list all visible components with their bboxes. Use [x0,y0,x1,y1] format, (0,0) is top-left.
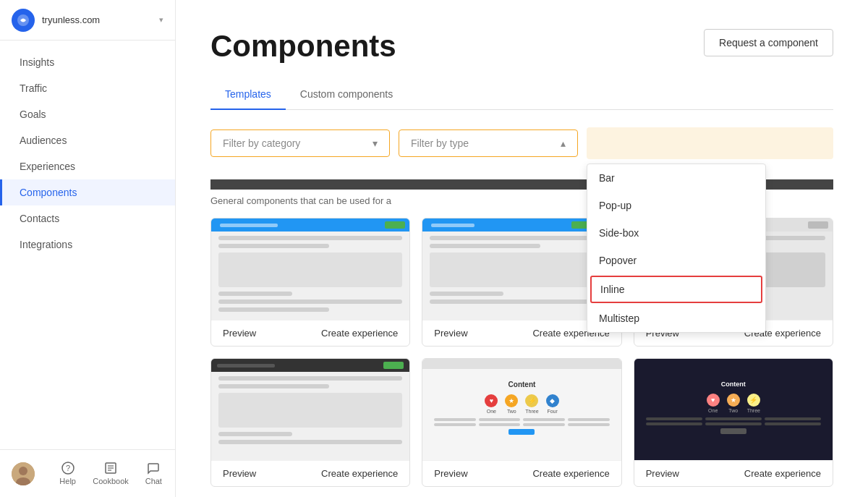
request-component-button[interactable]: Request a component [704,29,833,56]
sidebar-item-experiences[interactable]: Experiences [0,153,175,179]
dropdown-item-inline[interactable]: Inline [590,276,762,303]
filter-category-button[interactable]: Filter by category ▾ [210,129,390,157]
card-bar-1 [211,218,409,231]
template-card-6: Content ♥ One ★ Two [634,358,833,487]
chat-button[interactable]: Chat [132,456,175,491]
dropdown-item-bar[interactable]: Bar [587,164,765,192]
sidebar-item-label: Traffic [20,82,47,94]
domain-label: tryunless.com [42,14,152,25]
create-experience-link-1[interactable]: Create experience [321,328,398,339]
preview-link-4[interactable]: Preview [223,468,256,479]
card-preview-6: Content ♥ One ★ Two [634,359,833,460]
icon-three: ⚡ Three [525,394,538,414]
chevron-down-icon: ▾ [373,137,378,149]
bar-btn-green [385,221,405,229]
chevron-down-icon[interactable]: ▾ [159,15,163,25]
sidebar-item-traffic[interactable]: Traffic [0,75,175,101]
sidebar-item-audiences[interactable]: Audiences [0,127,175,153]
icon-two: ★ Two [505,394,518,414]
chevron-up-icon: ▴ [561,137,566,149]
icon-four: ◆ Four [546,394,559,414]
dropdown-item-sidebox[interactable]: Side-box [587,219,765,247]
sidebar-header: tryunless.com ▾ [0,0,175,41]
tab-custom-components[interactable]: Custom components [286,81,407,110]
create-experience-link-5[interactable]: Create experience [532,468,609,479]
card-bar-4 [211,359,409,372]
avatar [12,462,35,485]
filter-type-label: Filter by type [411,137,469,149]
svg-point-2 [19,467,27,475]
card-footer-6: Preview Create experience [634,460,833,486]
dropdown-item-popover[interactable]: Popover [587,247,765,274]
create-experience-link-6[interactable]: Create experience [744,468,821,479]
sidebar-item-integrations[interactable]: Integrations [0,231,175,258]
card-topbar-5 [422,359,621,369]
tabs-row: Templates Custom components [210,81,833,110]
filter-type-select: Filter by type ▴ Bar Pop-up Side-box Pop… [399,127,578,159]
sidebar-item-label: Goals [20,109,46,120]
card-footer-4: Preview Create experience [211,460,409,486]
card-preview-5: Content ♥ One ★ Two [422,359,621,460]
card-footer-5: Preview Create experience [422,460,621,486]
card-content-4 [211,359,409,455]
tab-templates[interactable]: Templates [210,81,286,110]
sidebar-item-label: Insights [20,56,54,68]
filter-extra-area [587,127,833,159]
template-card-5: Content ♥ One ★ Two [422,358,621,487]
card-icons-5: ♥ One ★ Two ⚡ Three [485,394,558,414]
sidebar-nav: Insights Traffic Goals Audiences Experie… [0,41,175,449]
sidebar-item-label: Components [20,187,77,198]
filter-category-select: Filter by category ▾ [210,127,390,159]
dark-icon-three: ⚡ Three [747,394,760,413]
filter-type-button[interactable]: Filter by type ▴ [399,129,578,157]
sidebar-item-label: Integrations [20,239,72,250]
sidebar-item-contacts[interactable]: Contacts [0,205,175,231]
cookbook-button[interactable]: Cookbook [89,456,132,491]
preview-link-6[interactable]: Preview [646,468,679,479]
filter-type-dropdown: Bar Pop-up Side-box Popover Inline Multi… [587,163,766,333]
sidebar-item-label: Experiences [20,161,75,172]
card-lines-1 [211,218,409,320]
card-inner-5: Content ♥ One ★ Two [428,368,615,435]
cards-grid-row2: Preview Create experience Content ♥ [210,358,833,487]
sidebar-item-insights[interactable]: Insights [0,49,175,75]
main-content-area: Components Request a component Templates… [176,0,868,497]
card-text-5 [428,418,615,435]
bottom-icons: ? Help Cookbook Chat [46,456,175,491]
help-button[interactable]: ? Help [46,456,89,491]
sidebar-item-goals[interactable]: Goals [0,101,175,127]
svg-text:?: ? [66,464,70,472]
dropdown-item-multistep[interactable]: Multistep [587,305,765,332]
dark-icon-two: ★ Two [727,394,740,413]
dark-icon-one: ♥ One [707,394,720,413]
chat-icon [147,462,160,475]
card-text-6 [640,417,827,434]
sidebar-bottom: ? Help Cookbook Chat [0,449,175,497]
cookbook-icon [104,462,117,475]
preview-link-1[interactable]: Preview [223,328,256,339]
card-icons-6: ♥ One ★ Two ⚡ Three [707,394,760,413]
card-inner-6: Content ♥ One ★ Two [640,368,827,434]
app-logo [12,9,35,32]
help-icon: ? [61,462,75,475]
preview-link-5[interactable]: Preview [434,468,467,479]
dropdown-item-popup[interactable]: Pop-up [587,192,765,219]
filters-row: Filter by category ▾ Filter by type ▴ Ba… [210,127,833,159]
filter-category-label: Filter by category [223,137,300,149]
icon-one: ♥ One [485,394,498,414]
card-footer-1: Preview Create experience [211,320,409,346]
main-content: Components Request a component Templates… [176,0,868,497]
card-preview-4 [211,359,409,460]
template-card-1: Preview Create experience [210,218,410,347]
sidebar-item-components[interactable]: Components [0,179,175,205]
sidebar-item-label: Audiences [20,135,67,146]
template-card-4: Preview Create experience [210,358,410,487]
card-preview-1 [211,218,409,320]
create-experience-link-4[interactable]: Create experience [321,468,398,479]
sidebar: tryunless.com ▾ Insights Traffic Goals A… [0,0,176,497]
preview-link-2[interactable]: Preview [434,328,467,339]
sidebar-item-label: Contacts [20,213,59,224]
